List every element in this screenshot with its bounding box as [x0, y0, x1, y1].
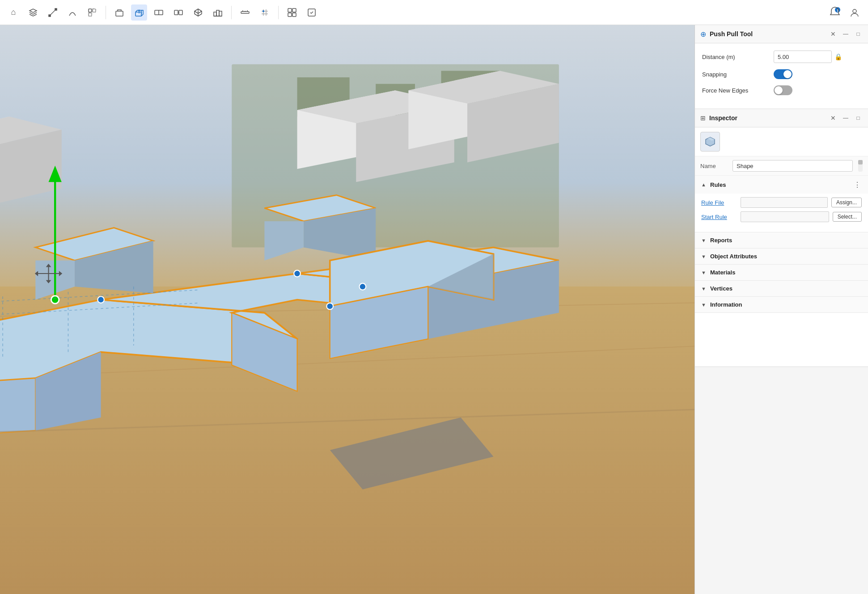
viewport-3d[interactable]: ⊞ 👁 📷 🔖 — □	[0, 25, 694, 594]
object-attributes-header[interactable]: ▼ Object Attributes	[695, 249, 868, 264]
force-new-edges-toggle[interactable]	[774, 85, 792, 95]
svg-point-70	[51, 296, 59, 304]
push-pull-minimize-btn[interactable]: —	[841, 29, 850, 38]
distance-row: Distance (m) 🔒	[702, 51, 861, 63]
start-rule-input[interactable]	[741, 211, 829, 222]
scene-svg	[0, 25, 694, 594]
rules-header[interactable]: ▲ Rules ⋮	[695, 176, 868, 194]
information-title: Information	[710, 301, 862, 308]
assign-btn[interactable]: Assign...	[831, 198, 862, 207]
group2-icon[interactable]	[284, 4, 300, 21]
svg-rect-17	[241, 12, 249, 13]
footprint-icon[interactable]	[111, 4, 127, 21]
toolbar-sep-2	[231, 6, 232, 19]
push-pull-header: ⊕ Push Pull Tool ✕ — □	[695, 25, 868, 43]
inspector-icon: ⊞	[700, 114, 706, 122]
inspector-header: ⊞ Inspector ✕ — □	[695, 109, 868, 127]
reports-section: ▼ Reports	[695, 232, 868, 249]
push-pull-section: ⊕ Push Pull Tool ✕ — □ Distance (m) 🔒 Sn…	[695, 25, 868, 109]
extrude-icon[interactable]	[131, 4, 147, 21]
snapping-toggle-container	[774, 69, 861, 79]
distance-value-container: 🔒	[774, 51, 861, 63]
svg-rect-24	[288, 13, 292, 17]
city-icon[interactable]	[210, 4, 226, 21]
home-icon[interactable]: ⌂	[5, 4, 21, 21]
start-rule-row: Start Rule Select...	[701, 211, 862, 222]
svg-rect-22	[288, 8, 292, 12]
svg-point-21	[263, 10, 264, 12]
vertices-header[interactable]: ▼ Vertices	[695, 281, 868, 296]
svg-point-83	[294, 270, 301, 277]
shape-icon[interactable]	[700, 132, 720, 152]
rule-file-row: Rule File Assign...	[701, 197, 862, 208]
svg-rect-7	[135, 12, 141, 16]
object-attributes-chevron-icon: ▼	[701, 254, 707, 259]
right-panel: ⊕ Push Pull Tool ✕ — □ Distance (m) 🔒 Sn…	[694, 25, 868, 594]
information-chevron-icon: ▼	[701, 302, 707, 308]
svg-rect-23	[292, 8, 296, 12]
distance-input[interactable]	[774, 51, 832, 63]
inspector-title: Inspector	[709, 114, 825, 122]
svg-rect-13	[214, 12, 216, 16]
svg-point-85	[360, 283, 366, 290]
toolbar-sep-1	[106, 6, 106, 19]
svg-rect-14	[216, 10, 219, 16]
draw-line-icon[interactable]	[45, 4, 61, 21]
reports-chevron-icon: ▼	[701, 238, 707, 243]
rules-more-btn[interactable]: ⋮	[853, 180, 862, 189]
rule-file-input[interactable]	[741, 197, 828, 208]
split-icon[interactable]	[151, 4, 167, 21]
layers-icon[interactable]	[25, 4, 41, 21]
main-area: ⊞ 👁 📷 🔖 — □	[0, 25, 868, 594]
inspector-maximize-btn[interactable]: □	[854, 114, 863, 122]
rule-file-label[interactable]: Rule File	[701, 199, 737, 206]
snap-grid-icon[interactable]	[257, 4, 273, 21]
svg-point-84	[326, 303, 333, 310]
shape3d-icon[interactable]	[190, 4, 206, 21]
rules-section: ▲ Rules ⋮ Rule File Assign... Start Rule…	[695, 176, 868, 232]
materials-header[interactable]: ▼ Materials	[695, 265, 868, 280]
inspector-close-btn[interactable]: ✕	[829, 114, 838, 122]
rules-content: Rule File Assign... Start Rule Select...	[695, 194, 868, 232]
force-new-edges-label: Force New Edges	[702, 87, 774, 94]
name-input[interactable]	[733, 160, 853, 172]
push-pull-controls: Distance (m) 🔒 Snapping	[695, 43, 868, 109]
svg-point-29	[853, 9, 856, 13]
name-scrollbar	[858, 160, 863, 172]
push-pull-maximize-btn[interactable]: □	[854, 29, 863, 38]
measure-icon[interactable]	[237, 4, 253, 21]
snapping-row: Snapping	[702, 69, 861, 79]
rules-chevron-icon: ▲	[701, 182, 707, 187]
start-rule-label[interactable]: Start Rule	[701, 214, 737, 220]
inspector-section: ⊞ Inspector ✕ — □ Name	[695, 109, 868, 367]
svg-rect-1	[49, 15, 51, 17]
push-pull-title: Push Pull Tool	[710, 30, 825, 38]
snapping-label: Snapping	[702, 71, 774, 78]
information-header[interactable]: ▼ Information	[695, 297, 868, 312]
materials-title: Materials	[710, 269, 862, 276]
svg-rect-25	[292, 13, 296, 17]
snapping-toggle[interactable]	[774, 69, 792, 79]
distance-lock-icon[interactable]: 🔒	[834, 53, 842, 60]
svg-rect-5	[89, 13, 92, 16]
reports-header[interactable]: ▼ Reports	[695, 232, 868, 248]
inspector-minimize-btn[interactable]: —	[841, 114, 850, 122]
main-toolbar: ⌂	[0, 0, 868, 25]
toolbar-sep-3	[278, 6, 279, 19]
object-attributes-section: ▼ Object Attributes	[695, 249, 868, 265]
transform-icon[interactable]	[84, 4, 100, 21]
information-section: ▼ Information	[695, 297, 868, 313]
select-btn[interactable]: Select...	[833, 212, 862, 222]
user-icon[interactable]	[847, 4, 863, 21]
force-new-edges-row: Force New Edges	[702, 85, 861, 95]
component2-icon[interactable]	[304, 4, 320, 21]
push-pull-close-btn[interactable]: ✕	[829, 29, 838, 38]
force-new-edges-toggle-container	[774, 85, 861, 95]
merge-icon[interactable]	[170, 4, 186, 21]
notification-icon[interactable]: 1	[827, 4, 843, 21]
svg-point-82	[97, 296, 104, 303]
svg-rect-15	[219, 11, 222, 16]
svg-rect-10	[174, 10, 178, 15]
svg-rect-11	[179, 10, 182, 15]
arc-tool-icon[interactable]	[64, 4, 80, 21]
